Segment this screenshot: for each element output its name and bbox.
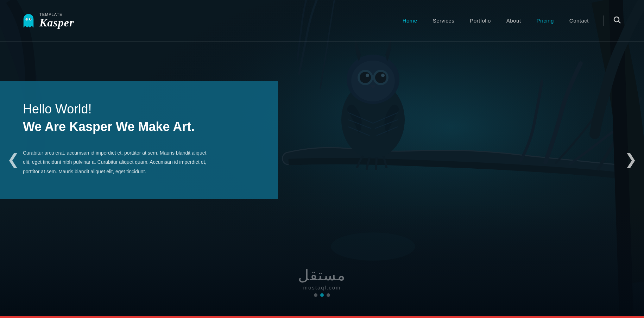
nav-right: Home Services Portfolio About Pricing Co…	[395, 14, 623, 28]
search-button[interactable]	[611, 14, 623, 28]
svg-point-5	[351, 61, 395, 101]
svg-point-3	[341, 81, 405, 158]
nav-link-pricing[interactable]: Pricing	[529, 18, 561, 24]
watermark-latin-text: mostaql.com	[298, 285, 346, 291]
watermark-arabic-text: مستقل	[298, 267, 346, 284]
svg-line-12	[348, 113, 373, 123]
dot-1	[314, 293, 317, 297]
nav-divider	[604, 15, 604, 26]
hero-heading-line1: Hello World!	[23, 102, 91, 116]
svg-line-17	[377, 127, 398, 136]
hero-heading: Hello World! We Are Kasper We Make Art.	[23, 100, 255, 136]
svg-point-19	[331, 232, 415, 261]
svg-line-15	[373, 113, 398, 123]
svg-point-9	[375, 72, 386, 83]
svg-point-24	[614, 17, 619, 22]
svg-point-7	[373, 70, 389, 85]
svg-rect-18	[0, 204, 644, 318]
svg-line-25	[619, 21, 621, 23]
hero-section: TEMPLATE Kasper Home Services Portfolio …	[0, 0, 644, 318]
navbar: TEMPLATE Kasper Home Services Portfolio …	[0, 0, 644, 42]
svg-point-4	[347, 55, 399, 104]
dot-2	[320, 293, 324, 297]
svg-point-11	[381, 74, 385, 77]
nav-links: Home Services Portfolio About Pricing Co…	[395, 18, 596, 24]
nav-item-home[interactable]: Home	[395, 18, 425, 24]
watermark: مستقل mostaql.com	[298, 267, 346, 297]
logo[interactable]: TEMPLATE Kasper	[21, 12, 74, 29]
hero-body-text: Curabitur arcu erat, accumsan id imperdi…	[23, 148, 213, 176]
svg-line-16	[375, 120, 398, 129]
ghost-logo-icon	[21, 13, 36, 28]
hero-heading-line2: We Are Kasper We Make Art.	[23, 119, 195, 134]
slider-prev-button[interactable]: ❮	[0, 147, 26, 171]
nav-item-about[interactable]: About	[499, 18, 529, 24]
svg-point-23	[30, 18, 31, 19]
logo-brand-name: Kasper	[39, 17, 74, 29]
svg-line-14	[348, 127, 370, 136]
dot-3	[327, 293, 330, 297]
svg-point-8	[360, 72, 371, 83]
nav-item-portfolio[interactable]: Portfolio	[462, 18, 499, 24]
svg-point-10	[366, 74, 369, 77]
nav-link-home[interactable]: Home	[395, 18, 425, 24]
slider-next-button[interactable]: ❯	[618, 147, 644, 171]
bottom-accent-bar	[0, 316, 644, 318]
svg-line-13	[348, 120, 371, 129]
svg-point-22	[26, 18, 27, 19]
nav-link-services[interactable]: Services	[425, 18, 462, 24]
watermark-dots	[298, 293, 346, 297]
nav-link-contact[interactable]: Contact	[562, 18, 596, 24]
nav-link-portfolio[interactable]: Portfolio	[462, 18, 499, 24]
logo-text: TEMPLATE Kasper	[39, 12, 74, 29]
svg-point-6	[358, 70, 373, 85]
search-icon	[613, 15, 621, 24]
nav-link-about[interactable]: About	[499, 18, 529, 24]
nav-item-contact[interactable]: Contact	[562, 18, 596, 24]
nav-item-pricing[interactable]: Pricing	[529, 18, 561, 24]
hero-content-box: Hello World! We Are Kasper We Make Art. …	[0, 81, 278, 199]
nav-item-services[interactable]: Services	[425, 18, 462, 24]
